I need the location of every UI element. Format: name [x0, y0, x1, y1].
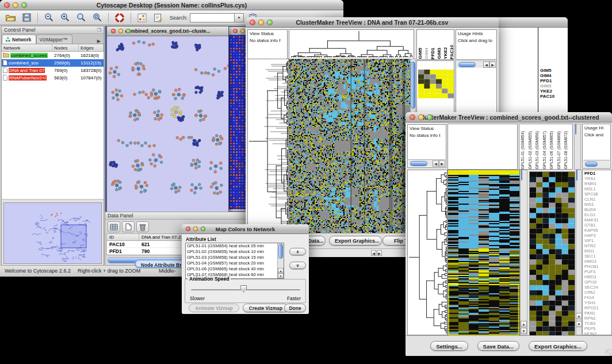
- select-attributes-button[interactable]: [108, 221, 120, 232]
- scroll-left-button[interactable]: ◀: [371, 250, 376, 256]
- dialog-titlebar[interactable]: Map Colors to Network: [182, 224, 309, 234]
- scroll-up-button[interactable]: ▲: [521, 321, 527, 327]
- global-heatmap-panel[interactable]: [289, 59, 411, 234]
- birds-eye-view[interactable]: [3, 202, 102, 264]
- column-dendrogram-panel[interactable]: [289, 29, 414, 59]
- scroll-down-button[interactable]: ▼: [278, 273, 284, 278]
- minimize-button[interactable]: [118, 29, 123, 33]
- search-input[interactable]: [190, 13, 235, 22]
- scroll-left-button[interactable]: ◀: [433, 160, 439, 167]
- zoom-selected-button[interactable]: [90, 12, 104, 24]
- close-button[interactable]: [111, 29, 116, 33]
- move-down-button[interactable]: ∨: [289, 262, 306, 269]
- button-export-graphics---[interactable]: Export Graphics...: [529, 341, 587, 351]
- button-export-graphics---[interactable]: Export Graphics...: [329, 236, 382, 246]
- scroll-down-button[interactable]: ▼: [576, 321, 582, 327]
- search-dropdown-button[interactable]: ▼: [235, 13, 244, 22]
- minimize-button[interactable]: [418, 114, 424, 120]
- gene-list-vscrollbar[interactable]: ▲ ▼: [576, 170, 582, 335]
- zoom-button[interactable]: [427, 114, 433, 120]
- scroll-right-button[interactable]: ▶: [489, 62, 496, 68]
- gene-list-hscrollbar[interactable]: ◀ ▶: [457, 60, 496, 68]
- open-session-button[interactable]: [3, 12, 17, 24]
- view-status-hscrollbar[interactable]: ◀ ▶: [408, 159, 445, 167]
- scrollbar-thumb[interactable]: [576, 170, 577, 181]
- tab-network[interactable]: Network: [2, 35, 36, 44]
- scrollbar-thumb[interactable]: [411, 62, 415, 109]
- attribute-item[interactable]: GPL51-02 (GSM855) heat shock 10 min: [186, 249, 284, 255]
- attribute-listbox[interactable]: GPL51-01 (GSM854) heat shock 05 minGPL51…: [185, 243, 284, 279]
- scroll-right-button[interactable]: ▶: [439, 160, 445, 167]
- button-settings---[interactable]: Settings...: [430, 341, 468, 351]
- global-heatmap-canvas[interactable]: [289, 59, 410, 233]
- tab-scroll-arrow[interactable]: ▶: [94, 39, 104, 44]
- zoom-button[interactable]: [267, 20, 273, 25]
- birds-eye-canvas[interactable]: [4, 203, 101, 263]
- button-create-vizmap[interactable]: Create Vizmap: [243, 304, 289, 312]
- zoom-button[interactable]: [21, 2, 27, 8]
- column-dendrogram-canvas[interactable]: [289, 30, 414, 59]
- usage-hints-hscrollbar[interactable]: [583, 160, 610, 167]
- help-button[interactable]: [113, 12, 127, 24]
- attribute-item[interactable]: GPL51-06 (GSM865) heat shock 40 min: [186, 266, 284, 272]
- delete-attribute-button[interactable]: [136, 221, 149, 232]
- treeview1-titlebar[interactable]: ClusterMaker TreeView : DNA and Tran 07-…: [246, 17, 499, 28]
- zoom-matrix-canvas[interactable]: [418, 70, 454, 98]
- row-dendrogram-panel[interactable]: [407, 170, 447, 335]
- move-up-button[interactable]: ∧: [289, 248, 306, 255]
- scroll-left-button[interactable]: ◀: [483, 62, 489, 68]
- scrollbar-thumb[interactable]: [458, 62, 476, 67]
- button-save-data---[interactable]: Save Data...: [477, 341, 519, 351]
- attribute-item[interactable]: GPL51-01 (GSM854) heat shock 05 min: [186, 243, 284, 249]
- row-dendrogram-canvas[interactable]: [408, 170, 447, 335]
- minimize-button[interactable]: [240, 29, 245, 33]
- close-button[interactable]: [410, 114, 415, 120]
- network-row[interactable]: RNAPuberNov2+I563(0)107847(0): [2, 74, 104, 82]
- network-window-1-titlebar[interactable]: combined_scores_good.txt--cluste...: [107, 26, 228, 36]
- network-row[interactable]: combined_scores2764(0)16218(0): [2, 52, 104, 59]
- close-button[interactable]: [233, 29, 238, 33]
- zoom-fit-button[interactable]: [74, 12, 88, 24]
- resize-grip[interactable]: [605, 349, 611, 355]
- zoom-view-panel[interactable]: [529, 171, 575, 336]
- vizmapper-button[interactable]: [135, 12, 149, 24]
- close-button[interactable]: [250, 20, 255, 25]
- column-labels-vscrollbar[interactable]: [574, 124, 581, 170]
- zoom-button[interactable]: [201, 227, 205, 231]
- global-heatmap-panel[interactable]: [447, 170, 520, 336]
- scrollbar-thumb[interactable]: [410, 161, 427, 166]
- main-titlebar[interactable]: Cytoscape Desktop (Session Name: collins…: [0, 0, 343, 10]
- attribute-item[interactable]: GPL51-04 (GSM857) heat shock 20 min: [186, 260, 284, 266]
- close-button[interactable]: [186, 227, 190, 231]
- row-dendrogram-panel[interactable]: [247, 59, 289, 234]
- slider-thumb[interactable]: [240, 285, 247, 293]
- scrollbar-thumb[interactable]: [575, 124, 576, 135]
- zoom-button[interactable]: [126, 29, 131, 33]
- minimize-button[interactable]: [258, 20, 264, 25]
- minimize-button[interactable]: [13, 2, 18, 8]
- attribute-vscrollbar[interactable]: ▲ ▼: [277, 243, 284, 278]
- global-heatmap-canvas[interactable]: [448, 170, 519, 336]
- network-row[interactable]: DNA and Tran 07769(0)183728(0): [2, 67, 104, 74]
- scroll-up-button[interactable]: ▲: [576, 313, 582, 319]
- float-panel-icon[interactable]: ❐: [97, 28, 101, 33]
- heatmap-vscrollbar[interactable]: ▲ ▼: [520, 170, 527, 335]
- scroll-right-button[interactable]: ▶: [377, 250, 382, 256]
- annotation-button[interactable]: [151, 12, 165, 24]
- scrollbar-thumb[interactable]: [278, 244, 283, 259]
- column-dendrogram-panel[interactable]: [447, 124, 518, 170]
- treeview2-titlebar[interactable]: ClusterMaker TreeView : combined_scores_…: [406, 112, 612, 122]
- attribute-item[interactable]: GPL51-03 (GSM856) heat shock 15 min: [186, 255, 284, 260]
- scrollbar-thumb[interactable]: [585, 162, 598, 167]
- button-done[interactable]: Done: [284, 304, 306, 312]
- scroll-down-button[interactable]: ▼: [521, 328, 527, 334]
- minimize-button[interactable]: [193, 227, 198, 231]
- zoom-heatmap-canvas[interactable]: [530, 172, 575, 336]
- zoom-out-button[interactable]: [42, 12, 56, 24]
- network-canvas[interactable]: [107, 36, 228, 212]
- close-button[interactable]: [4, 2, 10, 8]
- row-dendrogram-canvas[interactable]: [248, 59, 288, 233]
- network-row[interactable]: combined_sco2569(6)13112(15): [2, 59, 104, 67]
- save-session-button[interactable]: [20, 12, 33, 24]
- tab-vizmapper[interactable]: VizMapper™: [36, 35, 72, 44]
